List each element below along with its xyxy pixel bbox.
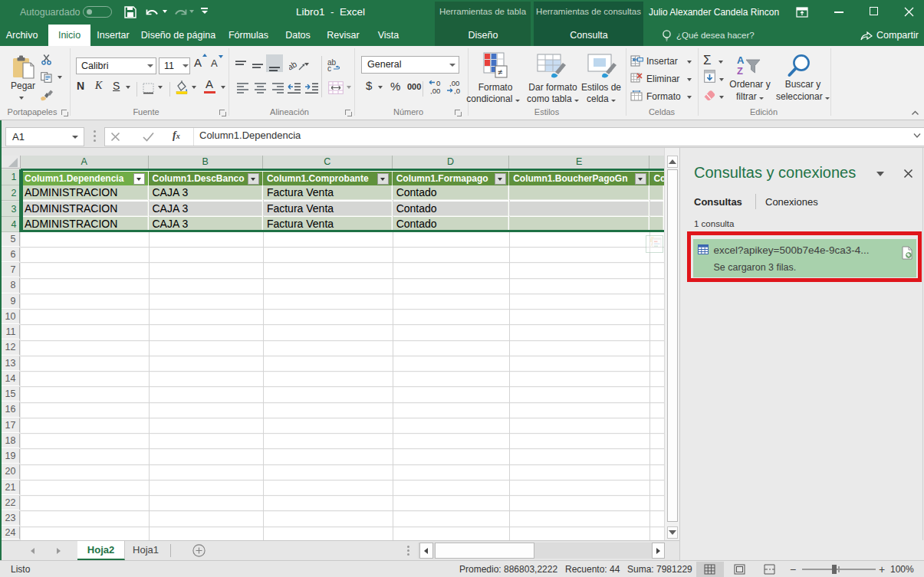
svg-text:,00: ,00 (430, 87, 440, 94)
svg-text:ab: ab (289, 59, 298, 72)
svg-text:c: c (327, 64, 331, 72)
svg-text:≠: ≠ (498, 67, 502, 77)
svg-text:Z: Z (737, 65, 743, 76)
svg-text:,0: ,0 (454, 87, 460, 94)
